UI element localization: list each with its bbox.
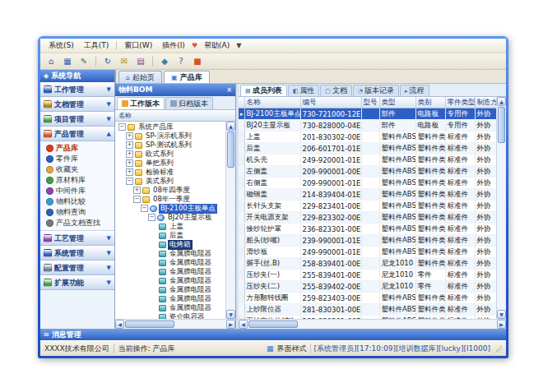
tab-version-history[interactable]: ◔版本记录 xyxy=(353,85,399,96)
tab-properties[interactable]: ◧属性 xyxy=(288,85,320,96)
table-row[interactable]: ▸BJ-2100主板单点730-721000-12E部件电路板专用件外协颗 xyxy=(239,108,496,120)
table-row[interactable]: 长针头支架229-823401-00E塑料件ABS塑料件类标准件外协条 xyxy=(239,201,496,212)
menu-item[interactable]: 窗口(W) xyxy=(119,39,157,52)
row-selector[interactable] xyxy=(239,178,244,189)
scrollbar-thumb[interactable] xyxy=(227,131,234,168)
tree-expander-icon[interactable]: − xyxy=(148,214,155,221)
column-header[interactable]: 类型 xyxy=(379,97,415,108)
tree-expander-icon[interactable]: + xyxy=(133,187,141,194)
tree-node[interactable]: 金属膜电阻器 xyxy=(115,249,225,258)
tree-node[interactable]: −美式系列 xyxy=(115,177,225,186)
table-horizontal-scrollbar[interactable]: ◀ ▶ xyxy=(239,319,506,329)
tab-product-library[interactable]: ▣产品库 xyxy=(164,71,210,83)
sidebar-item-material-query[interactable]: 物料查询 xyxy=(40,207,114,218)
tree-node[interactable]: +单把系列 xyxy=(115,159,225,168)
sidebar-item-raw-materials[interactable]: 原材料库 xyxy=(40,175,114,186)
sidebar-group-config[interactable]: 配置管理▼ xyxy=(40,261,114,275)
tree-node[interactable]: −BJ-2100主板单点 xyxy=(115,204,225,213)
table-row[interactable]: 机头壳249-920001-01E塑料件ABS塑料件类标准件外协条 xyxy=(239,154,496,166)
tree-expander-icon[interactable]: − xyxy=(126,178,133,185)
sidebar-item-material-compare[interactable]: 物料比较 xyxy=(40,196,114,207)
sidebar-group-extension[interactable]: 扩展功能▼ xyxy=(40,275,114,290)
scrollbar-thumb[interactable] xyxy=(125,321,174,328)
sidebar-group-product[interactable]: 产品管理▲ xyxy=(40,127,114,141)
tree-node[interactable]: +SP-演示机系列 xyxy=(115,131,225,141)
table-row[interactable]: 磁钢盖214-839404-01E塑料件ABS塑料件类标准件外协条 xyxy=(239,189,496,201)
tree-node[interactable]: −08年一季度 xyxy=(115,195,225,204)
view-grid-icon[interactable]: ▦ xyxy=(60,54,75,68)
row-selector[interactable] xyxy=(239,281,244,293)
row-selector[interactable] xyxy=(239,143,244,154)
table-row[interactable]: 握手(丝.B)258-839401-00E尼龙1010塑料件类标准件外协条 xyxy=(239,258,496,270)
tree-node[interactable]: 瓷介电容器 xyxy=(115,312,225,319)
row-selector[interactable] xyxy=(239,247,244,258)
row-selector[interactable] xyxy=(239,120,244,131)
tab-documents[interactable]: ▢文档 xyxy=(320,85,352,96)
scroll-up-icon[interactable]: ▲ xyxy=(497,97,506,106)
table-row[interactable]: 接纱轮护罩236-823301-00E塑料件ABS塑料件类标准件外协条 xyxy=(239,224,496,235)
sidebar-group-document[interactable]: 文档管理▼ xyxy=(40,97,114,112)
tree-node[interactable]: −BJ20主显示板 xyxy=(115,213,225,222)
ui-style-dropdown[interactable]: 界面样式 xyxy=(277,344,307,354)
menu-item[interactable]: 工具(T) xyxy=(79,39,114,52)
sidebar-item-product-library[interactable]: 产品库 xyxy=(40,143,114,154)
row-selector[interactable] xyxy=(239,189,244,201)
tree-expander-icon[interactable]: + xyxy=(126,132,133,140)
table-row[interactable]: 压纱夹(二)255-839402-00E尼龙1010零件标准件外协条 xyxy=(239,281,496,293)
sidebar-item-parts-library[interactable]: 零件库 xyxy=(40,154,114,164)
tree-expander-icon[interactable]: − xyxy=(118,123,126,131)
tree-expander-icon[interactable]: + xyxy=(126,159,133,167)
tree-vertical-scrollbar[interactable]: ▲ ▼ xyxy=(225,122,235,319)
sidebar-item-middleware-library[interactable]: 中间件库 xyxy=(40,186,114,196)
refresh-icon[interactable]: ↻ xyxy=(100,54,115,68)
row-selector[interactable] xyxy=(239,258,244,270)
tree-expander-icon[interactable]: − xyxy=(141,205,148,212)
column-header[interactable]: 零件类型 xyxy=(445,97,475,108)
sidebar-group-work[interactable]: 工作管理▼ xyxy=(40,82,114,97)
column-header[interactable]: 编号 xyxy=(300,97,361,108)
tree-node[interactable]: +检验标准 xyxy=(115,168,225,177)
tree-node[interactable]: +欧式系列 xyxy=(115,150,225,159)
row-selector[interactable] xyxy=(239,131,244,143)
tab-member-list[interactable]: ▤成员列表 xyxy=(240,85,287,96)
close-icon[interactable]: × xyxy=(226,86,232,94)
tree-node[interactable]: 金属膜电阻器 xyxy=(115,267,225,276)
table-row[interactable]: 压纱夹(一)255-839401-00E尼龙1010零件标准件外协条 xyxy=(239,270,496,281)
row-selector[interactable] xyxy=(239,224,244,235)
table-row[interactable]: 左侧盖209-990001-00E塑料件ABS塑料件类标准件外协条 xyxy=(239,166,496,178)
tree-node[interactable]: 金属膜电阻器 xyxy=(115,303,225,312)
tree-column-header[interactable]: 名称 xyxy=(115,110,235,122)
scrollbar-thumb[interactable] xyxy=(248,321,298,328)
sidebar-group-process[interactable]: 工艺管理▼ xyxy=(40,231,114,246)
scrollbar-thumb[interactable] xyxy=(498,107,505,143)
lock-icon[interactable]: ◆ xyxy=(157,54,172,68)
row-selector[interactable] xyxy=(239,235,244,247)
resize-grip-icon[interactable] xyxy=(494,344,502,353)
row-selector[interactable] xyxy=(239,201,244,212)
tree-horizontal-scrollbar[interactable]: ◀ ▶ xyxy=(115,319,235,329)
sidebar-item-product-doc-search[interactable]: 产品文档查找 xyxy=(40,218,114,228)
tree-expander-icon[interactable]: + xyxy=(126,150,133,158)
sidebar-item-favorites[interactable]: 收藏夹 xyxy=(40,164,114,175)
tab-archived-version[interactable]: 归档版本 xyxy=(165,97,213,109)
sidebar-group-project[interactable]: 项目管理▼ xyxy=(40,112,114,127)
tree-node[interactable]: 金属膜电阻器 xyxy=(115,258,225,267)
tree-expander-icon[interactable]: − xyxy=(133,196,141,203)
tree-expander-icon[interactable]: + xyxy=(126,168,133,176)
scroll-left-icon[interactable]: ◀ xyxy=(239,320,248,329)
message-panel-bar[interactable]: ✉ 消息管理 xyxy=(40,329,506,340)
tree-node[interactable]: 电烤箱 xyxy=(115,240,225,249)
tree-node[interactable]: 上盖 xyxy=(115,222,225,231)
help-icon[interactable]: ? xyxy=(174,54,188,68)
tree-node[interactable]: 后盖 xyxy=(115,231,225,240)
table-row[interactable]: 上盖201-830302-00E塑料件ABS塑料件类标准件外协条 xyxy=(239,131,496,143)
row-selector[interactable] xyxy=(239,154,244,166)
table-row[interactable]: 滑纱板249-990001-01E塑料件ABS塑料件类标准件外协条 xyxy=(239,247,496,258)
menu-item[interactable]: 系统(S) xyxy=(44,39,79,52)
tree-node[interactable]: 金属膜电阻器 xyxy=(115,294,225,303)
table-row[interactable]: 上纱限位器281-830301-00E塑料件ABS塑料件类标准件外协条 xyxy=(239,304,496,316)
home-icon[interactable]: ⌂ xyxy=(44,54,58,68)
scroll-down-icon[interactable]: ▼ xyxy=(226,310,235,319)
tree-node[interactable]: −系统产品库 xyxy=(115,122,225,131)
exit-icon[interactable]: ■ xyxy=(190,54,205,68)
